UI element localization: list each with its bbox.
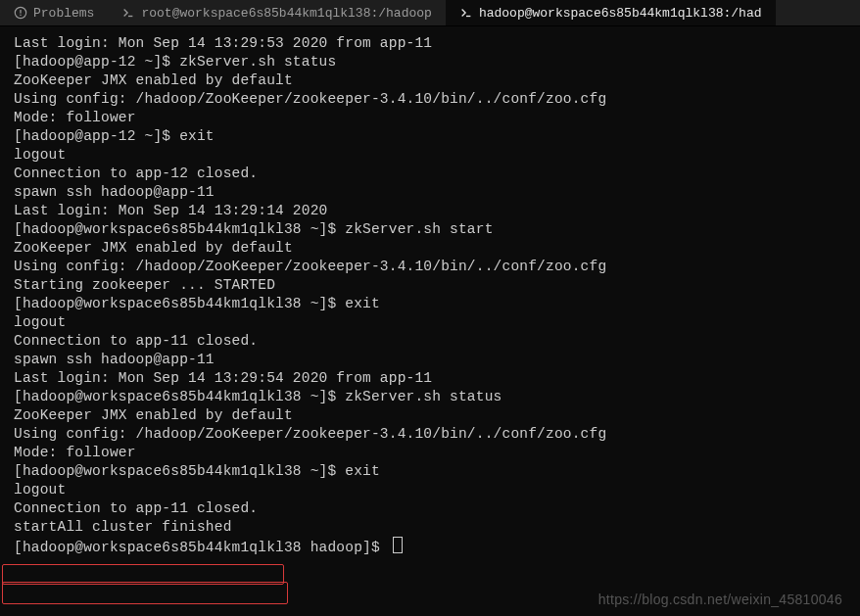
- terminal-line: [hadoop@workspace6s85b44km1qlkl38 ~]$ zk…: [14, 220, 860, 239]
- svg-rect-2: [20, 15, 21, 16]
- terminal-icon: [121, 6, 135, 20]
- terminal-line: ZooKeeper JMX enabled by default: [14, 406, 860, 425]
- terminal-line: startAll cluster finished: [14, 518, 860, 537]
- terminal-output[interactable]: Last login: Mon Sep 14 13:29:53 2020 fro…: [0, 26, 860, 616]
- tab-bar: Problems root@workspace6s85b44km1qlkl38:…: [0, 0, 860, 26]
- terminal-line: [hadoop@workspace6s85b44km1qlkl38 ~]$ ex…: [14, 295, 860, 313]
- terminal-line: [hadoop@app-12 ~]$ zkServer.sh status: [14, 53, 860, 71]
- terminal-line: Connection to app-11 closed.: [14, 499, 860, 518]
- terminal-line: Using config: /hadoop/ZooKeeper/zookeepe…: [14, 258, 860, 276]
- warning-icon: [14, 6, 27, 20]
- terminal-line: Last login: Mon Sep 14 13:29:53 2020 fro…: [14, 34, 860, 53]
- tab-label: root@workspace6s85b44km1qlkl38:/hadoop: [141, 6, 431, 21]
- highlight-box: [2, 582, 288, 604]
- terminal-line: [hadoop@app-12 ~]$ exit: [14, 127, 860, 146]
- terminal-line: ZooKeeper JMX enabled by default: [14, 239, 860, 258]
- terminal-icon: [459, 6, 473, 20]
- svg-rect-1: [20, 10, 21, 14]
- terminal-line: [hadoop@workspace6s85b44km1qlkl38 ~]$ zk…: [14, 388, 860, 406]
- tab-problems[interactable]: Problems: [0, 0, 108, 25]
- terminal-line: Mode: follower: [14, 109, 860, 127]
- terminal-line: Last login: Mon Sep 14 13:29:14 2020: [14, 202, 860, 220]
- tab-terminal-hadoop[interactable]: hadoop@workspace6s85b44km1qlkl38:/had: [446, 0, 776, 25]
- highlight-box: [2, 564, 284, 585]
- tab-terminal-root[interactable]: root@workspace6s85b44km1qlkl38:/hadoop: [108, 0, 445, 25]
- terminal-line: spawn ssh hadoop@app-11: [14, 351, 860, 369]
- terminal-line: Using config: /hadoop/ZooKeeper/zookeepe…: [14, 90, 860, 109]
- tab-label: hadoop@workspace6s85b44km1qlkl38:/had: [479, 6, 762, 21]
- cursor-icon: [393, 537, 403, 553]
- terminal-line: logout: [14, 146, 860, 165]
- terminal-line: Connection to app-12 closed.: [14, 165, 860, 183]
- terminal-line: Mode: follower: [14, 444, 860, 462]
- terminal-line: [hadoop@workspace6s85b44km1qlkl38 ~]$ ex…: [14, 462, 860, 481]
- tab-label: Problems: [33, 6, 94, 21]
- terminal-line: spawn ssh hadoop@app-11: [14, 183, 860, 202]
- terminal-line: logout: [14, 313, 860, 332]
- terminal-line: Connection to app-11 closed.: [14, 332, 860, 351]
- watermark-text: https://blog.csdn.net/weixin_45810046: [598, 591, 842, 609]
- terminal-line: logout: [14, 481, 860, 499]
- terminal-line: Last login: Mon Sep 14 13:29:54 2020 fro…: [14, 369, 860, 388]
- terminal-line: Starting zookeeper ... STARTED: [14, 276, 860, 295]
- terminal-line: Using config: /hadoop/ZooKeeper/zookeepe…: [14, 425, 860, 444]
- terminal-line: ZooKeeper JMX enabled by default: [14, 71, 860, 90]
- terminal-prompt: [hadoop@workspace6s85b44km1qlkl38 hadoop…: [14, 537, 860, 557]
